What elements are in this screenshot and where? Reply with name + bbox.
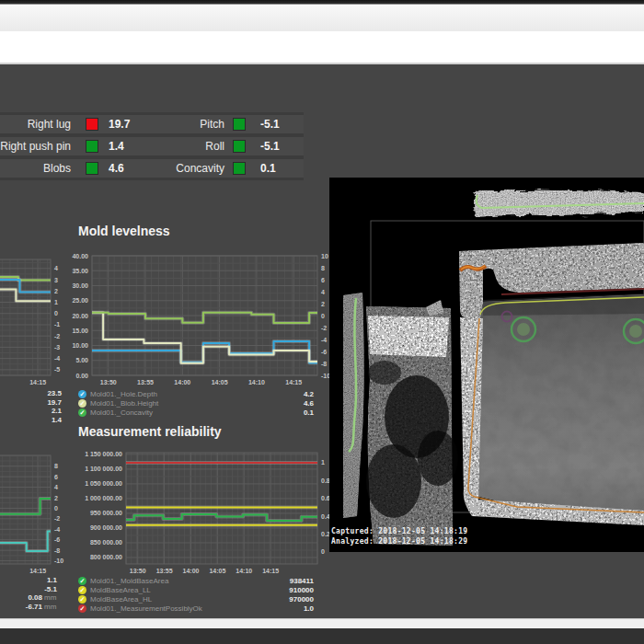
- fragment-value: 1.4: [52, 416, 62, 424]
- axis-tick-label: 2: [54, 495, 58, 501]
- axis-tick-label: 6: [321, 277, 325, 283]
- status-check-icon: ✓: [78, 390, 86, 398]
- axis-tick-label: -6: [321, 349, 327, 355]
- series-green-line: [0, 277, 51, 281]
- axis-tick-label: -2: [321, 325, 327, 331]
- fragment-value: -6.71: [26, 603, 42, 611]
- status-label: Blobs: [0, 159, 71, 178]
- legend-label: Mold01._Hole.Depth: [90, 390, 304, 398]
- status-value: 19.7: [109, 115, 130, 133]
- inspection-camera-image: [329, 178, 644, 552]
- legend-value: 938411: [290, 577, 314, 585]
- status-check-icon: ✓: [78, 408, 86, 417]
- chart-title-mold-levelness: Mold levelness: [78, 224, 170, 238]
- fragment-top-values: 23.519.72.11.4: [0, 389, 62, 424]
- status-row: Right push pin 1.4 Roll -5.1: [0, 137, 304, 155]
- axis-tick-label: -2: [54, 333, 60, 339]
- axis-tick-label: 1: [321, 459, 325, 466]
- status-label: Roll: [128, 137, 224, 155]
- axis-tick-label: -2: [54, 515, 60, 522]
- status-label: Right lug: [0, 115, 71, 133]
- axis-tick-label: 8: [321, 265, 325, 271]
- browser-white-band: [0, 31, 644, 64]
- dashboard-root: { "status_panel": { "rows": [ {"left":{"…: [0, 0, 644, 644]
- status-value: 4.6: [109, 159, 124, 178]
- fragment-value: 0.08: [28, 593, 42, 602]
- axis-tick-label: 1 100 000.00: [85, 466, 122, 472]
- status-table: Right lug 19.7 Pitch -5.1 Right push pin…: [0, 112, 304, 180]
- legend-label: Mold01._MeasurementPossiblyOk: [90, 604, 304, 613]
- status-label: Pitch: [128, 115, 224, 133]
- fragment-value-row: 1.1: [0, 576, 57, 585]
- axis-tick-label: 0: [54, 310, 58, 316]
- fragment-value-row: -6.71mm: [0, 603, 57, 612]
- axis-tick-label: -4: [321, 337, 327, 343]
- fragment-value: -5.1: [44, 585, 57, 593]
- taskbar-strip: [0, 628, 644, 644]
- axis-tick-label: 0.00: [75, 373, 88, 379]
- legend-value: 4.6: [304, 399, 314, 408]
- status-row: Right lug 19.7 Pitch -5.1: [0, 115, 304, 133]
- fragment-value-row: 19.7: [0, 398, 62, 408]
- axis-tick-label: 850 000.00: [90, 539, 122, 546]
- fragment-value: 23.5: [47, 389, 62, 397]
- legend-mold-levelness: ✓Mold01._Hole.Depth4.2✓Mold01._Blob.Heig…: [78, 389, 314, 417]
- axis-tick-label: 14:15: [285, 379, 302, 385]
- axis-tick-label: 14:10: [236, 568, 252, 574]
- status-indicator: [86, 162, 98, 175]
- axis-tick-label: 800 000.00: [90, 554, 122, 560]
- axis-tick-label: -6: [54, 536, 60, 543]
- status-value: 0.1: [260, 159, 276, 178]
- axis-tick-label: 14:00: [174, 379, 190, 385]
- status-label: Concavity: [128, 159, 224, 178]
- legend-item: ✓Mold01._Concavity0.1: [78, 408, 314, 417]
- axis-tick-label: 0: [54, 505, 58, 512]
- fragment-bottom-values: 1.1-5.10.08mm-6.71mm: [0, 576, 57, 611]
- axis-tick-label: 14:05: [212, 379, 228, 385]
- fragment-value-row: -5.1: [0, 585, 57, 594]
- status-check-icon: ✓: [78, 595, 86, 604]
- legend-value: 0.1: [304, 408, 314, 417]
- status-label: Right push pin: [0, 137, 71, 155]
- axis-tick-label: 8: [54, 463, 58, 469]
- legend-label: Mold01._Blob.Height: [90, 399, 304, 408]
- fragment-value-row: 1.4: [0, 416, 62, 425]
- legend-item: ✓Mold01._Hole.Depth4.2: [78, 389, 314, 398]
- mold-cavity: [477, 293, 644, 511]
- captured-timestamp: Captured: 2018-12-05 14:18:19: [331, 527, 642, 535]
- axis-tick-label: 3: [54, 277, 58, 283]
- top-edge-strip: [474, 190, 644, 217]
- axis-tick-label: 4: [54, 265, 58, 271]
- axis-tick-label: -8: [321, 361, 327, 367]
- slag-debris-region: [366, 306, 458, 546]
- measurement-reliability-plot: 800 000.00850 000.00900 000.00950 000.00…: [85, 451, 330, 574]
- axis-tick-label: -1: [54, 321, 60, 328]
- browser-toolbar-band: [0, 5, 644, 31]
- status-value: 1.4: [109, 137, 124, 155]
- series-pale-line: [0, 289, 51, 301]
- status-indicator: [86, 140, 98, 153]
- status-value: -5.1: [260, 137, 280, 155]
- fragment-value: 1.1: [47, 576, 57, 584]
- fragment-bottom-plot: 86420-2-4-6-8-1014:15: [0, 455, 63, 574]
- axis-tick-label: 1 150 000.00: [85, 451, 122, 457]
- axis-tick-label: 1 000 000.00: [85, 495, 122, 501]
- status-indicator: [233, 118, 246, 131]
- axis-tick-label: 950 000.00: [90, 510, 122, 516]
- axis-tick-label: 2: [54, 288, 58, 294]
- axis-tick-label: 6: [54, 474, 58, 480]
- legend-item: ✓Mold01._MeasurementPossiblyOk1.0: [78, 604, 314, 613]
- legend-item: ✓Mold01._MoldBaseArea938411: [78, 576, 314, 585]
- axis-tick-label: 20.00: [72, 313, 88, 319]
- axis-tick-label: 14:05: [209, 568, 225, 574]
- legend-label: MoldBaseArea_HL: [90, 595, 289, 604]
- axis-tick-label: 10.00: [72, 342, 88, 349]
- legend-value: 970000: [289, 595, 314, 604]
- axis-tick-label: 1 050 000.00: [85, 480, 122, 487]
- legend-value: 1.0: [304, 604, 314, 613]
- series-Mold01._MoldBaseArea: [126, 514, 317, 521]
- axis-tick-label: 13:50: [130, 568, 146, 574]
- status-check-icon: ✓: [78, 577, 86, 585]
- axis-tick-label: 13:55: [137, 379, 154, 385]
- fragment-value-unit: mm: [44, 603, 57, 611]
